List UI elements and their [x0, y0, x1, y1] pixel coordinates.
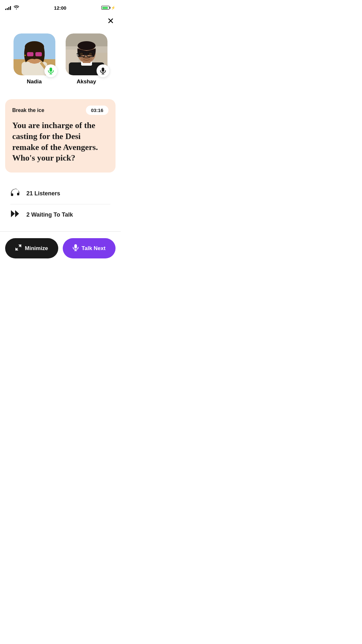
listeners-text: 21 Listeners	[26, 190, 60, 197]
timer-badge: 03:16	[86, 106, 108, 115]
svg-point-32	[80, 53, 83, 55]
status-time: 12:00	[54, 5, 66, 11]
talk-next-button[interactable]: Talk Next	[63, 238, 116, 258]
prompt-text: You are incharge of the casting for the …	[12, 120, 108, 163]
svg-marker-44	[15, 247, 18, 250]
headphones-icon	[10, 189, 20, 198]
participant-name-akshay: Akshay	[77, 79, 96, 85]
svg-marker-42	[18, 245, 21, 247]
participants-section: Nadia	[0, 14, 121, 91]
status-right: ⚡	[101, 6, 116, 10]
prompt-card: Break the ice 03:16 You are incharge of …	[5, 99, 116, 173]
svg-rect-36	[102, 68, 104, 72]
svg-point-26	[78, 41, 96, 50]
listeners-stat: 21 Listeners	[10, 183, 110, 204]
minimize-button[interactable]: Minimize	[5, 238, 58, 258]
prompt-label: Break the ice	[12, 107, 44, 113]
svg-rect-45	[74, 244, 77, 248]
bottom-actions: Minimize Talk Next	[0, 232, 121, 269]
mic-badge-nadia	[44, 64, 57, 77]
talk-next-label: Talk Next	[82, 245, 106, 252]
status-left	[5, 5, 19, 10]
prompt-header: Break the ice 03:16	[12, 106, 108, 115]
mic-inactive-icon	[100, 67, 106, 74]
mic-active-icon	[48, 67, 54, 74]
svg-point-12	[24, 55, 26, 56]
svg-point-33	[89, 53, 92, 55]
talk-next-mic-icon	[73, 244, 79, 253]
svg-rect-14	[50, 68, 52, 72]
svg-marker-40	[15, 210, 19, 217]
svg-rect-7	[27, 52, 33, 56]
fast-forward-icon	[10, 210, 20, 219]
close-button[interactable]: ✕	[107, 17, 114, 25]
waiting-text: 2 Waiting To Talk	[26, 211, 73, 218]
charging-icon: ⚡	[111, 6, 116, 10]
svg-rect-8	[35, 52, 42, 56]
participant-akshay: Akshay	[66, 33, 107, 85]
participant-nadia: Nadia	[14, 33, 55, 85]
stats-section: 21 Listeners 2 Waiting To Talk	[0, 180, 121, 228]
status-bar: 12:00 ⚡	[0, 0, 121, 14]
svg-point-35	[77, 54, 78, 56]
battery-icon	[101, 6, 109, 10]
avatar-container-akshay	[66, 33, 107, 75]
participant-name-nadia: Nadia	[27, 79, 42, 85]
minimize-label: Minimize	[25, 245, 48, 252]
signal-icon	[5, 5, 11, 10]
mic-badge-akshay	[97, 64, 109, 77]
svg-point-34	[81, 57, 92, 62]
minimize-icon	[15, 244, 22, 252]
wifi-icon	[14, 5, 19, 10]
svg-marker-39	[11, 210, 15, 217]
avatar-container-nadia	[14, 33, 55, 75]
waiting-stat: 2 Waiting To Talk	[10, 204, 110, 225]
